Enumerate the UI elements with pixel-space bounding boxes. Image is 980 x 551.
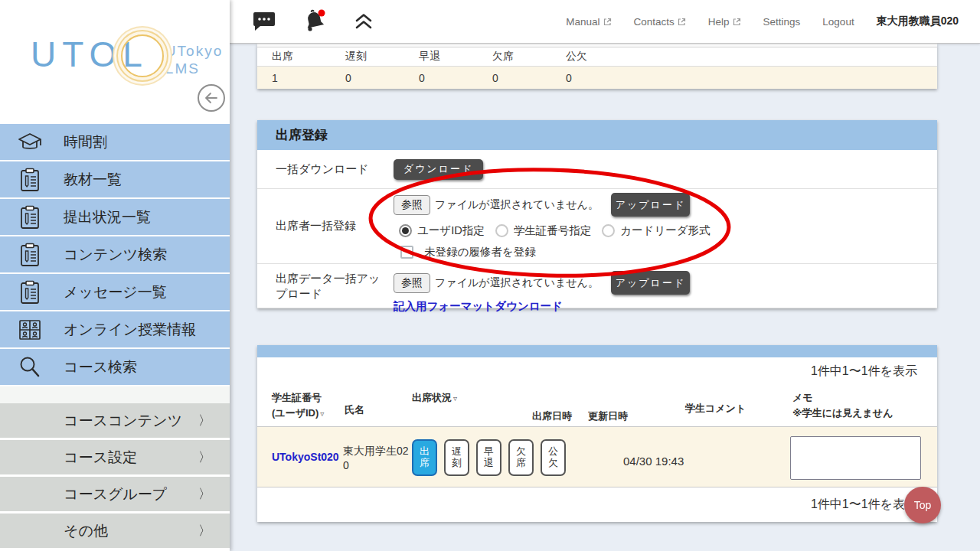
logo-area: UTOL UTokyo LMS xyxy=(0,0,230,124)
status-button-present[interactable]: 出席 xyxy=(412,439,437,476)
column-header-student-id[interactable]: 学生証番号 (ユーザID)▿ xyxy=(272,390,324,421)
table-header-strip xyxy=(257,345,937,357)
sidebar-item-submission-status[interactable]: 提出状況一覧 xyxy=(0,199,230,236)
online-class-icon xyxy=(16,318,44,341)
sidebar-divider xyxy=(0,386,230,403)
summary-header: 公欠 xyxy=(566,50,639,64)
logo-subtitle: UTokyo LMS xyxy=(165,43,223,78)
utol-logo: UTOL xyxy=(31,37,149,72)
column-header-status[interactable]: 出席状況▿ xyxy=(412,390,457,406)
settings-link[interactable]: Settings xyxy=(763,16,801,28)
no-file-selected-text: ファイルが選択されていません。 xyxy=(435,276,599,290)
sidebar-item-course-search[interactable]: コース検索 xyxy=(0,349,230,386)
bulk-download-label: 一括ダウンロード xyxy=(257,162,394,177)
status-button-excused[interactable]: 公欠 xyxy=(541,439,566,476)
radio-user-id[interactable] xyxy=(399,224,412,237)
chevron-right-icon: 〉 xyxy=(198,412,211,429)
sidebar-item-messages[interactable]: メッセージ一覧 xyxy=(0,274,230,311)
double-chevron-up-icon xyxy=(354,11,374,31)
manual-link[interactable]: Manual xyxy=(566,16,611,28)
contacts-link[interactable]: Contacts xyxy=(634,16,686,28)
sidebar-item-online-class-info[interactable]: オンライン授業情報 xyxy=(0,311,230,349)
sidebar-item-others[interactable]: その他 〉 xyxy=(0,514,230,550)
column-header-memo: メモ ※学生には見えません xyxy=(792,390,893,421)
sidebar-item-course-group[interactable]: コースグループ 〉 xyxy=(0,477,230,514)
arrow-left-icon xyxy=(202,89,220,107)
user-name: 東大用教職員020 xyxy=(877,15,959,28)
no-file-selected-text: ファイルが選択されていません。 xyxy=(435,198,599,212)
status-button-late[interactable]: 遅刻 xyxy=(444,439,469,476)
browse-file-button[interactable]: 参照 xyxy=(394,195,430,215)
summary-header: 遅刻 xyxy=(345,50,419,64)
download-button[interactable]: ダウンロード xyxy=(394,159,483,180)
students-table-header: 学生証番号 (ユーザID)▿ 氏名 出席状況▿ 出席日時 更新日時 学生コメント… xyxy=(257,385,937,427)
sidebar-item-materials[interactable]: 教材一覧 xyxy=(0,161,230,199)
summary-value: 0 xyxy=(345,72,419,84)
attendee-bulk-register-row: 出席者一括登録 参照 ファイルが選択されていません。 アップロード ユーザID指… xyxy=(257,189,937,264)
radio-card-reader-format[interactable] xyxy=(602,224,615,237)
search-icon xyxy=(16,355,44,380)
student-id-link[interactable]: UTokyoSt020 xyxy=(272,451,339,463)
sidebar-item-timetable[interactable]: 時間割 xyxy=(0,124,230,161)
result-count-bottom: 1件中1〜1件を表示 xyxy=(257,487,937,521)
chevron-right-icon: 〉 xyxy=(198,448,211,466)
upload-button[interactable]: アップロード xyxy=(611,271,690,295)
section-title: 出席登録 xyxy=(276,126,328,144)
students-table-card: 1件中1〜1件を表示 学生証番号 (ユーザID)▿ 氏名 出席状況▿ 出席日時 … xyxy=(257,345,937,522)
collapse-topbar-button[interactable] xyxy=(354,11,374,31)
format-download-link[interactable]: 記入用フォーマットダウンロード xyxy=(394,299,563,314)
browse-file-button[interactable]: 参照 xyxy=(394,273,430,293)
sidebar-item-content-search[interactable]: コンテンツ検索 xyxy=(0,236,230,274)
scroll-to-top-button[interactable]: Top xyxy=(904,487,941,523)
update-time-value: 04/30 19:43 xyxy=(623,455,684,468)
main-content: 出席 遅刻 早退 欠席 公欠 1 0 0 0 0 出席登録 一括ダウンロード ダ… xyxy=(230,44,980,551)
chevron-right-icon: 〉 xyxy=(198,522,211,540)
data-bulk-upload-label: 出席データ一括アップロード xyxy=(257,271,394,308)
column-header-name: 氏名 xyxy=(345,403,364,418)
summary-value-row: 1 0 0 0 0 xyxy=(257,67,937,89)
chat-bubble-icon xyxy=(253,11,276,32)
external-link-icon xyxy=(678,18,686,26)
attendance-summary-table: 出席 遅刻 早退 欠席 公欠 1 0 0 0 0 xyxy=(257,44,937,89)
summary-value: 1 xyxy=(272,72,345,84)
sidebar-collapse-button[interactable] xyxy=(198,84,225,112)
summary-header: 早退 xyxy=(419,50,492,64)
external-link-icon xyxy=(603,18,612,26)
summary-header: 欠席 xyxy=(492,50,566,64)
summary-value: 0 xyxy=(566,72,639,84)
summary-value: 0 xyxy=(492,72,566,84)
topbar: Manual Contacts Help Settings Logout 東大用… xyxy=(230,0,980,44)
register-unregistered-checkbox[interactable] xyxy=(400,246,413,259)
help-link[interactable]: Help xyxy=(708,16,741,28)
sidebar-item-course-contents[interactable]: コースコンテンツ 〉 xyxy=(0,403,230,440)
section-header: 出席登録 xyxy=(257,120,937,150)
sort-icon: ▿ xyxy=(320,409,324,418)
bell-icon xyxy=(302,8,328,34)
upload-button[interactable]: アップロード xyxy=(611,193,690,217)
student-name: 東大用学生020 xyxy=(343,444,410,473)
radio-student-card-number[interactable] xyxy=(495,224,508,237)
status-button-absent[interactable]: 欠席 xyxy=(508,439,534,476)
sidebar-item-course-settings[interactable]: コース設定 〉 xyxy=(0,440,230,477)
logout-link[interactable]: Logout xyxy=(822,16,854,28)
result-count-top: 1件中1〜1件を表示 xyxy=(257,357,937,385)
status-button-group: 出席 遅刻 早退 欠席 公欠 xyxy=(412,439,566,476)
notifications-button[interactable] xyxy=(302,8,328,34)
attendee-bulk-register-label: 出席者一括登録 xyxy=(257,219,394,233)
external-link-icon xyxy=(733,18,741,26)
sidebar: UTOL UTokyo LMS 時間割 教材一覧 提出状況一覧 xyxy=(0,0,230,551)
column-header-student-comment: 学生コメント xyxy=(685,401,746,416)
student-row: UTokyoSt020 東大用学生020 出席 遅刻 早退 欠席 公欠 04/3… xyxy=(257,427,937,487)
column-header-update-time: 更新日時 xyxy=(588,409,628,424)
graduation-cap-icon xyxy=(16,131,44,154)
status-button-early-leave[interactable]: 早退 xyxy=(476,439,501,476)
summary-header-row: 出席 遅刻 早退 欠席 公欠 xyxy=(257,47,937,67)
notification-badge xyxy=(318,10,325,17)
memo-textarea[interactable] xyxy=(790,436,921,480)
bulk-download-row: 一括ダウンロード ダウンロード xyxy=(257,150,937,189)
clipboard-icon xyxy=(16,280,44,305)
chevron-right-icon: 〉 xyxy=(198,485,211,503)
clipboard-icon xyxy=(16,243,44,267)
attendance-register-card: 出席登録 一括ダウンロード ダウンロード 出席者一括登録 参照 ファイルが選択さ… xyxy=(257,120,937,308)
chat-button[interactable] xyxy=(253,11,276,32)
